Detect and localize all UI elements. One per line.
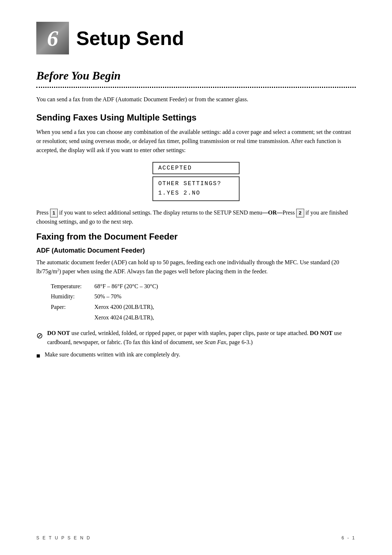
specs-humidity: Humidity: 50% – 70% bbox=[51, 291, 356, 302]
key-2: 2 bbox=[296, 209, 304, 217]
scan-fax-italic: Scan Fax bbox=[204, 339, 226, 345]
specs-temperature: Temperature: 68°F – 86°F (20°C – 30°C) bbox=[51, 281, 356, 292]
temperature-value: 68°F – 86°F (20°C – 30°C) bbox=[94, 281, 356, 292]
key-1: 1 bbox=[50, 209, 58, 217]
em-dash: —OR— bbox=[262, 209, 283, 216]
do-not-2: DO NOT bbox=[310, 330, 333, 336]
warning-text: DO NOT use curled, wrinkled, folded, or … bbox=[47, 329, 356, 347]
paper-line2: Xerox 4024 (24LB/LTR), bbox=[94, 314, 154, 321]
bullet-text: Make sure documents written with ink are… bbox=[45, 350, 180, 359]
lcd-box-settings: OTHER SETTINGS? 1.YES 2.NO bbox=[152, 176, 240, 201]
instruction-press: Press bbox=[36, 209, 49, 216]
lcd-box-accepted: ACCEPTED bbox=[152, 162, 240, 174]
footer-left: S E T U P S E N D bbox=[36, 535, 91, 540]
lcd-line1: OTHER SETTINGS? bbox=[158, 180, 221, 187]
warning-note: ⊘ DO NOT use curled, wrinkled, folded, o… bbox=[36, 329, 356, 347]
specs-table: Temperature: 68°F – 86°F (20°C – 30°C) H… bbox=[51, 281, 356, 323]
temperature-label: Temperature: bbox=[51, 281, 94, 292]
chapter-header: 6 Setup Send bbox=[36, 22, 356, 54]
do-not-1: DO NOT bbox=[47, 330, 70, 336]
bullet-square-icon: ■ bbox=[36, 351, 40, 361]
section-before-you-begin: Before You Begin You can send a fax from… bbox=[36, 69, 356, 104]
bullet-note: ■ Make sure documents written with ink a… bbox=[36, 350, 356, 361]
lcd-line2: 1.YES 2.NO bbox=[158, 190, 200, 196]
footer-right: 6 - 1 bbox=[342, 535, 356, 540]
humidity-label: Humidity: bbox=[51, 291, 94, 302]
adf-body: The automatic document feeder (ADF) can … bbox=[36, 258, 356, 276]
paper-line1: Xerox 4200 (20LB/LTR), bbox=[94, 304, 154, 310]
specs-paper: Paper: Xerox 4200 (20LB/LTR), Xerox 4024… bbox=[51, 302, 356, 323]
humidity-value: 50% – 70% bbox=[94, 291, 356, 302]
instruction-press2: Press bbox=[283, 209, 297, 216]
page: 6 Setup Send Before You Begin You can se… bbox=[0, 0, 392, 555]
page-footer: S E T U P S E N D 6 - 1 bbox=[36, 535, 356, 540]
section-sending-faxes: Sending Faxes Using Multiple Settings Wh… bbox=[36, 113, 356, 227]
chapter-title: Setup Send bbox=[76, 27, 184, 49]
paper-value: Xerox 4200 (20LB/LTR), Xerox 4024 (24LB/… bbox=[94, 302, 356, 323]
adf-subheading: ADF (Automatic Document Feeder) bbox=[36, 247, 356, 254]
instruction-mid: if you want to select additional setting… bbox=[59, 209, 262, 216]
dotted-rule bbox=[36, 85, 356, 88]
before-you-begin-heading: Before You Begin bbox=[36, 69, 356, 82]
lcd-container: ACCEPTED OTHER SETTINGS? 1.YES 2.NO bbox=[149, 162, 243, 201]
chapter-number-box: 6 bbox=[36, 22, 69, 54]
sending-faxes-heading: Sending Faxes Using Multiple Settings bbox=[36, 113, 356, 123]
paper-label: Paper: bbox=[51, 302, 94, 323]
warning-icon: ⊘ bbox=[36, 330, 43, 342]
chapter-number: 6 bbox=[47, 25, 58, 51]
section-faxing: Faxing from the Document Feeder ADF (Aut… bbox=[36, 232, 356, 362]
sending-faxes-body: When you send a fax you can choose any c… bbox=[36, 128, 356, 155]
faxing-heading: Faxing from the Document Feeder bbox=[36, 232, 356, 242]
instruction-paragraph: Press 1 if you want to select additional… bbox=[36, 208, 356, 227]
intro-text: You can send a fax from the ADF (Automat… bbox=[36, 95, 356, 104]
dotted-rule-inner bbox=[36, 87, 356, 88]
